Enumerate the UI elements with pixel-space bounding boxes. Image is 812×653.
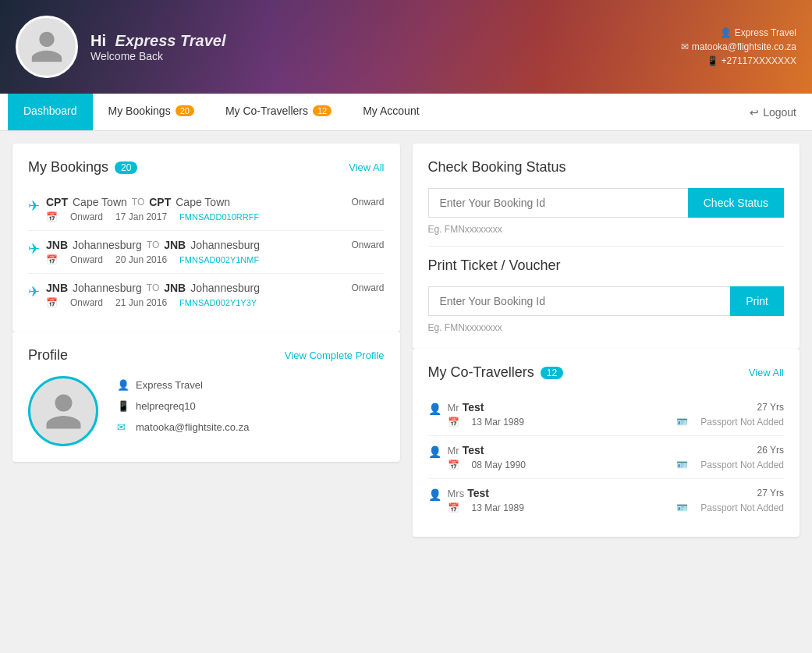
flight-icon: ✈ xyxy=(28,283,40,300)
booking-row: ✈ JNB Johannesburg TO JNB Johannesburg O… xyxy=(28,231,385,274)
traveller-passport: Passport Not Added xyxy=(700,502,784,513)
traveller-passport: Passport Not Added xyxy=(700,417,784,428)
print-ticket-input[interactable] xyxy=(428,286,731,316)
direction: Onward xyxy=(351,240,384,250)
traveller-age: 26 Yrs xyxy=(757,445,784,456)
email-icon: ✉ xyxy=(117,421,129,433)
booking-ref: FMNSADD010RRFF xyxy=(179,212,259,222)
tab-my-account[interactable]: My Account xyxy=(347,94,434,130)
traveller-info: Mrs Test 27 Yrs 📅 13 Mar 1989 🪪 Passport… xyxy=(448,487,785,513)
from-city: Johannesburg xyxy=(73,239,142,251)
traveller-row: 👤 Mr Test 26 Yrs 📅 08 May 1990 🪪 Passpor… xyxy=(428,436,785,479)
tab-my-bookings[interactable]: My Bookings 20 xyxy=(93,94,210,130)
print-button[interactable]: Print xyxy=(730,286,784,316)
welcome-text: Welcome Back xyxy=(90,50,226,62)
profile-email: matooka@flightsite.co.za xyxy=(136,421,249,433)
bookings-badge: 20 xyxy=(176,105,194,116)
traveller-name-line: Mr Test 27 Yrs xyxy=(448,401,785,413)
check-status-card: Check Booking Status Check Status Eg. FM… xyxy=(413,144,800,349)
traveller-passport: Passport Not Added xyxy=(700,460,784,470)
profile-name: Express Travel xyxy=(136,379,203,391)
booking-type: Onward xyxy=(70,297,103,308)
header-email: ✉matooka@flightsite.co.za xyxy=(681,41,796,52)
from-code: JNB xyxy=(46,282,68,294)
to-code: JNB xyxy=(164,239,186,251)
logout-icon: ↩ xyxy=(750,106,759,119)
calendar-icon: 📅 xyxy=(448,460,459,470)
check-status-input-group: Check Status xyxy=(428,188,785,218)
traveller-dob: 13 Mar 1989 xyxy=(472,502,524,513)
navigation: Dashboard My Bookings 20 My Co-Traveller… xyxy=(0,94,812,131)
support-name: 👤Express Travel xyxy=(681,27,796,38)
traveller-info: Mr Test 27 Yrs 📅 13 Mar 1989 🪪 Passport … xyxy=(448,401,785,428)
traveller-name: Test xyxy=(463,401,484,413)
profile-name-row: 👤 Express Travel xyxy=(117,379,385,391)
traveller-salutation: Mr xyxy=(448,445,459,456)
print-ticket-title-text: Print Ticket / Voucher xyxy=(428,257,561,274)
co-travellers-view-all-link[interactable]: View All xyxy=(749,367,784,378)
phone-icon: 📱 xyxy=(117,400,129,412)
tab-account-label: My Account xyxy=(363,105,419,117)
check-status-input[interactable] xyxy=(428,188,688,218)
traveller-name: Test xyxy=(463,444,484,456)
tab-dashboard-label: Dashboard xyxy=(23,105,77,117)
avatar xyxy=(16,16,78,78)
direction: Onward xyxy=(351,282,384,293)
traveller-name-line: Mrs Test 27 Yrs xyxy=(448,487,785,499)
divider xyxy=(428,246,785,247)
profile-card: Profile View Complete Profile 👤 Express … xyxy=(12,332,400,462)
header-contact-info: 👤Express Travel ✉matooka@flightsite.co.z… xyxy=(681,24,796,69)
calendar-icon: 📅 xyxy=(448,417,459,428)
booking-date: 20 Jun 2016 xyxy=(115,254,167,265)
traveller-icon: 👤 xyxy=(428,403,441,415)
booking-info: JNB Johannesburg TO JNB Johannesburg Onw… xyxy=(46,239,385,265)
to-city: Johannesburg xyxy=(190,239,260,251)
to-city: Johannesburg xyxy=(190,282,260,294)
check-status-title-text: Check Booking Status xyxy=(428,159,566,176)
booking-row: ✈ CPT Cape Town TO CPT Cape Town Onward … xyxy=(28,188,385,231)
greeting-text: Hi xyxy=(90,32,106,49)
booking-date: 17 Jan 2017 xyxy=(115,211,167,222)
co-travellers-badge: 12 xyxy=(541,367,563,379)
check-status-hint: Eg. FMNxxxxxxxx xyxy=(428,224,785,235)
to-code: JNB xyxy=(164,282,186,294)
traveller-dob: 08 May 1990 xyxy=(472,460,526,470)
bookings-card-header: My Bookings 20 View All xyxy=(28,159,385,176)
view-profile-link[interactable]: View Complete Profile xyxy=(285,350,385,361)
logout-label: Logout xyxy=(763,106,796,119)
profile-card-header: Profile View Complete Profile xyxy=(28,347,385,364)
greeting: Hi Express Travel xyxy=(90,32,226,50)
traveller-age: 27 Yrs xyxy=(757,488,784,499)
profile-phone: helpreqreq10 xyxy=(136,400,196,412)
calendar-icon: 📅 xyxy=(46,297,58,308)
logout-button[interactable]: ↩ Logout xyxy=(742,98,804,126)
print-ticket-title: Print Ticket / Voucher xyxy=(428,257,785,274)
bookings-view-all-link[interactable]: View All xyxy=(349,161,384,173)
profile-phone-row: 📱 helpreqreq10 xyxy=(117,400,385,412)
profile-avatar xyxy=(28,376,98,446)
traveller-meta: 📅 08 May 1990 🪪 Passport Not Added xyxy=(448,460,785,470)
tab-co-travellers[interactable]: My Co-Travellers 12 xyxy=(210,94,347,130)
booking-ref: FMNSAD002Y1Y3Y xyxy=(179,298,257,307)
traveller-icon: 👤 xyxy=(428,445,441,458)
booking-row: ✈ JNB Johannesburg TO JNB Johannesburg O… xyxy=(28,274,385,316)
tab-cotravellers-label: My Co-Travellers xyxy=(225,105,308,117)
flight-icon: ✈ xyxy=(28,240,40,257)
print-hint: Eg. FMNxxxxxxxx xyxy=(428,322,785,333)
traveller-salutation: Mr xyxy=(448,402,459,413)
tab-bookings-label: My Bookings xyxy=(108,105,171,117)
calendar-icon: 📅 xyxy=(448,502,459,513)
to-city: Cape Town xyxy=(176,196,230,208)
traveller-age: 27 Yrs xyxy=(757,402,784,413)
right-column: Check Booking Status Check Status Eg. FM… xyxy=(413,144,800,537)
check-status-title: Check Booking Status xyxy=(428,159,785,176)
booking-date: 21 Jun 2016 xyxy=(115,297,167,308)
traveller-row: 👤 Mrs Test 27 Yrs 📅 13 Mar 1989 🪪 Passpo… xyxy=(428,479,785,521)
booking-type: Onward xyxy=(70,211,103,222)
check-status-button[interactable]: Check Status xyxy=(688,188,784,218)
tab-dashboard[interactable]: Dashboard xyxy=(8,94,93,130)
from-code: CPT xyxy=(46,196,68,208)
profile-content: 👤 Express Travel 📱 helpreqreq10 ✉ matook… xyxy=(28,376,385,446)
traveller-meta: 📅 13 Mar 1989 🪪 Passport Not Added xyxy=(448,502,785,513)
from-city: Cape Town xyxy=(73,196,127,208)
